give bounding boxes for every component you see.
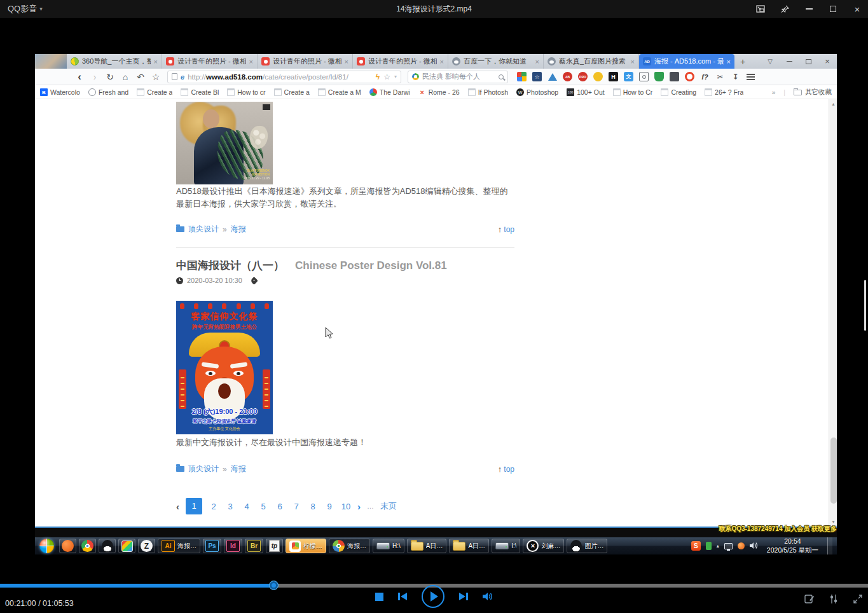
next-page-icon[interactable]: ›	[357, 501, 361, 512]
bookmark-item[interactable]: Create Bl	[181, 88, 219, 96]
taskbar-app-z[interactable]: Z	[138, 539, 155, 553]
tab-close-icon[interactable]: ×	[727, 58, 731, 65]
play-button[interactable]	[422, 585, 444, 608]
search-icon[interactable]	[499, 74, 504, 79]
bookmark-item[interactable]: Create a	[137, 88, 172, 96]
page-info-icon[interactable]	[172, 73, 177, 80]
bookmark-item[interactable]: 100100+ Out	[567, 88, 605, 96]
taskbar-app-chrome[interactable]	[79, 539, 96, 553]
taskbar-app-orange[interactable]	[59, 539, 76, 553]
url-text[interactable]: http://www.ad518.com/cate/creative/poste…	[188, 73, 373, 81]
category-link[interactable]: 顶尖设计	[188, 224, 219, 235]
taskbar-window-x-app[interactable]: × 刘麻…	[523, 539, 564, 553]
math-ext-icon[interactable]: f?	[700, 72, 710, 81]
stop-button[interactable]	[375, 593, 383, 601]
tab-360-nav[interactable]: 360导航_一个主页，整个 ×	[67, 54, 162, 69]
lemon-ext-icon[interactable]	[593, 72, 603, 81]
dark-ext-icon[interactable]	[670, 72, 679, 81]
taskbar-app-indesign[interactable]: Id	[224, 539, 242, 553]
page-number-5[interactable]: 5	[258, 502, 268, 511]
bookmark-item[interactable]: Create a	[274, 88, 310, 96]
bookmark-item[interactable]: How to Cr	[613, 88, 653, 96]
scrollbar-thumb[interactable]	[830, 437, 837, 504]
page-number-3[interactable]: 3	[225, 502, 235, 511]
scissors-icon[interactable]: ✂	[715, 72, 725, 81]
app-menu[interactable]: QQ影音 ▾	[8, 3, 43, 15]
bookmark-item[interactable]: Fresh and	[88, 88, 128, 96]
new-tab-button[interactable]: +	[734, 54, 751, 69]
browser-minimize-button[interactable]	[780, 54, 799, 69]
bookmark-page-icon[interactable]: ☆	[383, 72, 390, 81]
volume-icon[interactable]	[483, 592, 493, 601]
adblock-icon[interactable]: AB	[563, 72, 572, 81]
favorites-ext-icon[interactable]: ☆	[532, 72, 542, 81]
taskbar-window-drive-h[interactable]: H:\	[373, 539, 404, 553]
tab-baidu[interactable]: 百度一下，你就知道 ×	[448, 54, 544, 69]
taskbar-window-lemon[interactable]: 柠檬…	[286, 539, 326, 553]
playlist-handle[interactable]	[864, 280, 866, 331]
taskbar-window-folder-1[interactable]: A日…	[407, 539, 447, 553]
bookmark-item[interactable]: 26+ ? Fra	[705, 88, 743, 96]
bookmark-item[interactable]: Creating	[661, 88, 696, 96]
subcategory-link[interactable]: 海报	[231, 464, 246, 474]
page-number-2[interactable]: 2	[209, 502, 219, 511]
page-number-6[interactable]: 6	[275, 502, 285, 511]
apps-grid-icon[interactable]	[517, 72, 527, 81]
undo-icon[interactable]: ↶	[133, 70, 148, 84]
refresh-icon[interactable]: ↻	[102, 70, 118, 84]
mini-mode-icon[interactable]	[756, 4, 765, 13]
bookmark-item[interactable]: If Photosh	[468, 88, 508, 96]
back-to-top-link[interactable]: ↑ top	[498, 464, 514, 474]
tab-close-icon[interactable]: ×	[154, 58, 158, 65]
security-tray-icon[interactable]	[738, 542, 745, 549]
taskbar-window-browser[interactable]: 海报…	[329, 539, 370, 553]
category-link[interactable]: 顶尖设计	[188, 464, 219, 474]
settings-button[interactable]	[829, 594, 839, 607]
tab-close-icon[interactable]: ×	[440, 58, 444, 65]
show-desktop-button[interactable]	[827, 537, 832, 554]
shield-icon[interactable]	[654, 72, 664, 81]
bookmark-item[interactable]: The Darwi	[369, 88, 410, 96]
browser-close-button[interactable]: ×	[818, 54, 837, 69]
other-bookmarks-button[interactable]: 其它收藏	[794, 88, 832, 97]
bookmark-item[interactable]: ×Rome - 26	[418, 88, 460, 96]
tray-expand-icon[interactable]: ▴	[717, 543, 719, 549]
taskbar-clock[interactable]: 20:54 2020/5/25 星期一	[763, 537, 822, 554]
screenshot-ext-icon[interactable]	[639, 72, 649, 81]
network-tray-icon[interactable]	[724, 543, 733, 549]
tab-weixiangce-3[interactable]: 设计青年的照片 - 微相册 ×	[353, 54, 448, 69]
page-scrollbar[interactable]: ▴ ▾	[829, 99, 837, 527]
h-ext-icon[interactable]: H	[609, 72, 618, 81]
tab-weixiangce-2[interactable]: 设计青年的照片 - 微相册 ×	[258, 54, 353, 69]
tab-baidu-images[interactable]: 蔡永真_百度图片搜索 ×	[544, 54, 639, 69]
taskbar-app-photoshop[interactable]: Ps	[203, 539, 221, 553]
tab-ad518-active[interactable]: AD 海报 - AD518.com - 最 ×	[639, 54, 734, 69]
tab-close-icon[interactable]: ×	[631, 58, 635, 65]
bookmark-item[interactable]: Create a M	[318, 88, 361, 96]
forward-icon[interactable]: ›	[87, 70, 102, 84]
tab-close-icon[interactable]: ×	[535, 58, 539, 65]
taskbar-window-drive-i[interactable]: I:\	[492, 539, 520, 553]
japan-poster-image[interactable]: SUAI FUSENOK EXHIBITION 2019.11.29 - 12.…	[176, 102, 273, 184]
drive-ext-icon[interactable]	[548, 72, 557, 81]
article2-title[interactable]: 中国海报设计（八一） Chinese Poster Design Vol.81	[176, 258, 514, 273]
bookmark-item[interactable]: How to cr	[227, 88, 265, 96]
volume-tray-icon[interactable]	[750, 541, 758, 552]
last-page-link[interactable]: 末页	[380, 500, 397, 512]
tab-weixiangce-1[interactable]: 设计青年的照片 - 微相册 ×	[162, 54, 258, 69]
page-number-4[interactable]: 4	[242, 502, 252, 511]
next-button[interactable]	[458, 592, 469, 601]
subcategory-link[interactable]: 海报	[231, 224, 246, 235]
tab-close-icon[interactable]: ×	[249, 58, 253, 65]
bookmark-item[interactable]: WPhotoshop	[516, 88, 558, 96]
pro-ext-icon[interactable]: PRO	[578, 72, 588, 81]
page-number-7[interactable]: 7	[291, 502, 301, 511]
back-to-top-link[interactable]: ↑ top	[498, 224, 514, 234]
start-button[interactable]	[39, 539, 54, 553]
close-button[interactable]: ×	[853, 4, 862, 13]
browser-restore-button[interactable]	[799, 54, 818, 69]
speed-mode-icon[interactable]: ϟ	[376, 72, 380, 81]
pin-icon[interactable]	[780, 4, 789, 13]
chevron-down-icon[interactable]: ▾	[394, 74, 397, 79]
taskbar-window-illustrator[interactable]: Ai 海报…	[158, 539, 200, 553]
